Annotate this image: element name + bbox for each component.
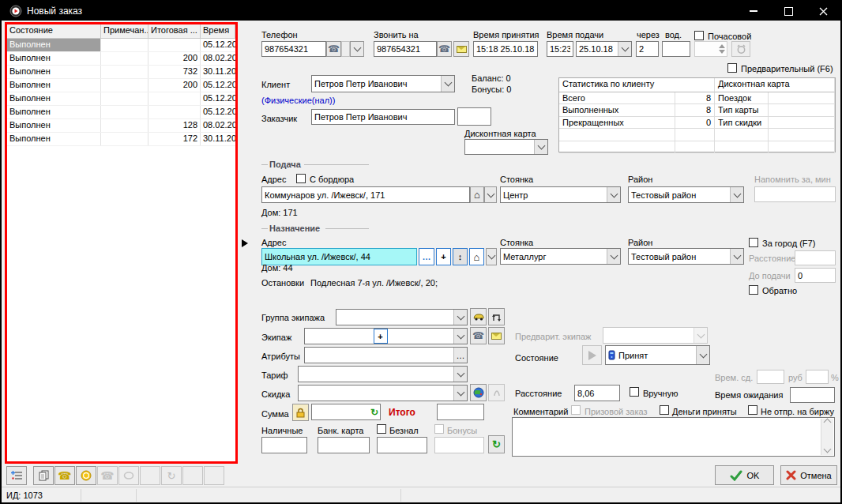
copy-order-button[interactable]: [33, 466, 54, 485]
dest-address-dropdown[interactable]: [486, 248, 497, 265]
accept-time-input[interactable]: [473, 41, 538, 57]
distance-input[interactable]: [574, 385, 620, 401]
crew-group-combo[interactable]: [336, 309, 468, 325]
add-note-button[interactable]: [6, 466, 27, 485]
table-row[interactable]: Выполнен17230.11.20: [7, 133, 235, 146]
dest-stand-label: Стоянка: [500, 238, 533, 247]
curb-checkbox[interactable]: [296, 174, 306, 183]
discount-globe-button[interactable]: [470, 384, 487, 401]
phone-input[interactable]: [261, 41, 326, 57]
out-of-town-checkbox[interactable]: [749, 238, 758, 247]
call-to-input[interactable]: [374, 41, 437, 57]
money-accepted-checkbox[interactable]: [660, 405, 669, 415]
maximize-button[interactable]: [771, 2, 806, 21]
send-sms-button[interactable]: [453, 41, 469, 57]
table-row[interactable]: Выполнен05.12.20: [7, 39, 235, 52]
plus-icon: +: [378, 332, 382, 341]
discount-card-combo[interactable]: [464, 139, 548, 155]
table-row[interactable]: Выполнен05.12.20: [7, 92, 235, 106]
sum-input[interactable]: ↻: [311, 404, 381, 420]
ok-button[interactable]: OK: [715, 465, 774, 485]
crew-map-button[interactable]: [470, 308, 487, 325]
order-history-table[interactable]: Состояние Примечан... Итоговая ... Время…: [7, 24, 235, 461]
spinner-up-icon[interactable]: [719, 44, 725, 48]
pickup-address-input[interactable]: [261, 186, 470, 203]
phone-dropdown-button[interactable]: [350, 41, 364, 57]
pickup-stand-combo[interactable]: Центр: [500, 186, 621, 203]
crew-plus-button[interactable]: +: [374, 329, 388, 344]
sum-lock-button[interactable]: [292, 404, 309, 421]
spinner-down-icon[interactable]: [719, 50, 725, 54]
crew-transfer-button[interactable]: [488, 308, 505, 325]
table-row[interactable]: Выполнен73230.11.20: [7, 66, 235, 79]
attributes-input[interactable]: …: [304, 347, 468, 363]
pickup-district-combo[interactable]: Тестовый район: [628, 186, 744, 203]
cancel-button[interactable]: Отмена: [780, 465, 837, 485]
close-button[interactable]: [806, 2, 840, 21]
pickup-home-button[interactable]: ⌂: [470, 186, 484, 203]
dest-home-button[interactable]: ⌂: [469, 248, 484, 265]
cash-label: Наличные: [261, 426, 303, 435]
table-row[interactable]: Выполнен20005.12.20: [7, 79, 235, 92]
call-to-phone-button[interactable]: ☎: [437, 41, 452, 57]
col-total[interactable]: Итоговая ...: [148, 24, 201, 38]
add-note-icon: [11, 470, 23, 481]
pickup-address-dropdown[interactable]: [484, 186, 497, 203]
dest-add-stop-button[interactable]: +: [436, 248, 451, 265]
card-input[interactable]: [318, 437, 370, 453]
scroll-down-icon[interactable]: [824, 446, 832, 453]
customer-input[interactable]: [311, 109, 455, 125]
table-row[interactable]: Выполнен20008.02.20: [7, 52, 235, 66]
driver-input[interactable]: [662, 41, 690, 57]
minimize-button[interactable]: [736, 2, 771, 21]
in-minutes-input[interactable]: [636, 41, 659, 57]
cashless-checkbox[interactable]: [377, 424, 386, 434]
crew-message-button[interactable]: [488, 327, 505, 344]
client-combo[interactable]: Петров Петр Иванович: [311, 75, 455, 92]
discount-extra-button: [488, 384, 505, 401]
cash-input[interactable]: [261, 437, 307, 453]
submit-time-input[interactable]: [547, 41, 573, 57]
table-row[interactable]: Выполнен05.12.20: [7, 106, 235, 119]
preliminary-checkbox[interactable]: [727, 63, 737, 73]
col-state[interactable]: Состояние: [7, 24, 101, 38]
scroll-up-icon[interactable]: [824, 419, 832, 427]
dest-stand-combo[interactable]: Металлург: [500, 248, 621, 265]
return-checkbox[interactable]: [749, 285, 758, 295]
no-exchange-checkbox[interactable]: [748, 405, 757, 415]
dest-address-more-button[interactable]: …: [419, 248, 434, 265]
table-row[interactable]: Выполнен12808.02.20: [7, 119, 235, 133]
payment-refresh-button[interactable]: ↻: [488, 435, 505, 453]
attributes-more-button[interactable]: …: [453, 348, 467, 363]
dest-reorder-button[interactable]: ↕: [453, 248, 468, 265]
client-group-link[interactable]: (Физические(нал)): [261, 96, 335, 105]
comment-scrollbar[interactable]: [821, 419, 833, 455]
wait-time-input[interactable]: [790, 387, 835, 403]
manual-checkbox[interactable]: [630, 387, 639, 397]
submit-date-combo[interactable]: 25.10.18: [576, 41, 632, 57]
chevron-down-icon: [697, 330, 705, 338]
call-client-button[interactable]: ☎: [55, 466, 75, 485]
dial-phone-button[interactable]: ☎: [326, 41, 341, 57]
hourly-checkbox[interactable]: [694, 31, 704, 40]
splitter-collapse-icon[interactable]: [242, 239, 248, 247]
customer-extra-input[interactable]: [457, 107, 491, 126]
chevron-down-icon: [699, 350, 707, 358]
discount-combo[interactable]: [298, 385, 468, 401]
col-note[interactable]: Примечан...: [101, 24, 148, 38]
cashless-input[interactable]: [377, 437, 427, 453]
total-input[interactable]: [437, 404, 484, 420]
submit-time-label: Время подачи: [547, 30, 603, 39]
comment-textarea[interactable]: [512, 417, 835, 457]
globe-icon: [473, 387, 484, 398]
state-combo[interactable]: Принят: [605, 345, 710, 365]
dest-district-combo[interactable]: Тестовый район: [628, 248, 744, 265]
crew-call-button[interactable]: ☎: [470, 327, 487, 344]
payment-coin-button[interactable]: [76, 466, 96, 485]
tariff-combo[interactable]: [298, 366, 468, 382]
hourly-spinner[interactable]: [694, 41, 727, 57]
refresh-icon[interactable]: ↻: [370, 407, 378, 418]
crew-combo[interactable]: +: [304, 328, 468, 344]
new-order-window: Новый заказ Состояние Примечан... Итогов…: [0, 0, 842, 504]
col-time[interactable]: Время: [201, 24, 235, 38]
